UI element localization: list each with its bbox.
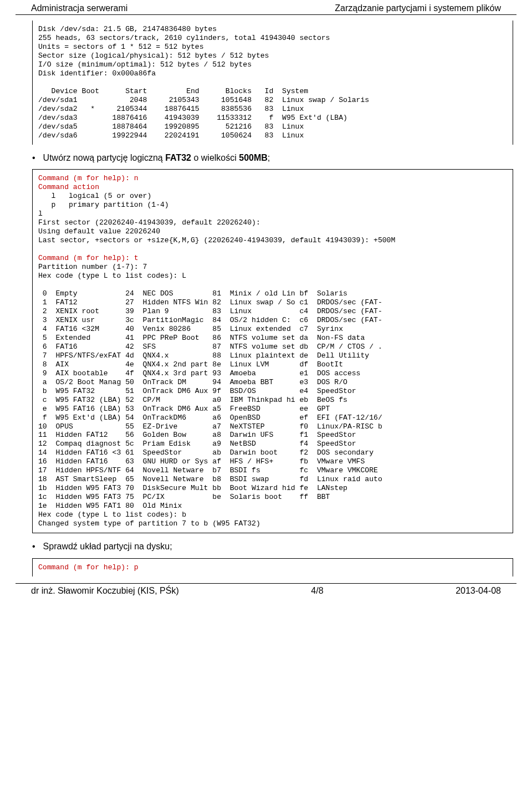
code-block-1: Disk /dev/sda: 21.5 GB, 21474836480 byte… <box>38 25 507 140</box>
page-header: Administracja serwerami Zarządzanie part… <box>16 0 516 15</box>
block2-part1: l logical (5 or over) p primary partitio… <box>38 192 395 244</box>
bullet-2: • Sprawdź układ partycji na dysku; <box>32 541 513 553</box>
page-footer: dr inż. Sławomir Koczubiej (KIS, PŚk) 4/… <box>16 583 516 604</box>
bullet-dot-icon: • <box>32 541 35 553</box>
cmd-action: Command action <box>38 183 99 191</box>
bullet-1-bold1: FAT32 <box>165 153 191 162</box>
bullet-1-bold2: 500MB <box>239 153 268 162</box>
bullet-1-text: Utwórz nową partycję logiczną FAT32 o wi… <box>43 152 270 164</box>
code-block-1-wrapper: Disk /dev/sda: 21.5 GB, 21474836480 byte… <box>32 21 513 145</box>
code-block-2-wrapper: Command (m for help): n Command action l… <box>32 169 513 533</box>
header-right: Zarządzanie partycjami i systemem plików <box>335 3 501 13</box>
bullet-1-pre: Utwórz nową partycję logiczną <box>43 153 166 162</box>
block2-part2: Partition number (1-7): 7 Hex code (type… <box>38 263 382 528</box>
bullet-1-mid: o wielkości <box>191 153 239 162</box>
cmd-p: Command (m for help): p <box>38 563 139 572</box>
page-content: Disk /dev/sda: 21.5 GB, 21474836480 byte… <box>0 15 532 576</box>
footer-left: dr inż. Sławomir Koczubiej (KIS, PŚk) <box>31 586 179 596</box>
code-block-3-wrapper: Command (m for help): p <box>32 558 513 576</box>
cmd-t: Command (m for help): t <box>38 254 139 262</box>
bullet-1-post: ; <box>268 153 270 162</box>
bullet-2-text: Sprawdź układ partycji na dysku; <box>43 541 172 553</box>
cmd-n: Command (m for help): n <box>38 174 139 182</box>
footer-center: 4/8 <box>311 586 323 596</box>
code-block-2: Command (m for help): n Command action l… <box>38 174 507 528</box>
bullet-dot-icon: • <box>32 152 35 164</box>
header-left: Administracja serwerami <box>31 3 127 13</box>
code-block-3: Command (m for help): p <box>38 563 507 572</box>
footer-right: 2013-04-08 <box>456 586 501 596</box>
bullet-1: • Utwórz nową partycję logiczną FAT32 o … <box>32 152 513 164</box>
